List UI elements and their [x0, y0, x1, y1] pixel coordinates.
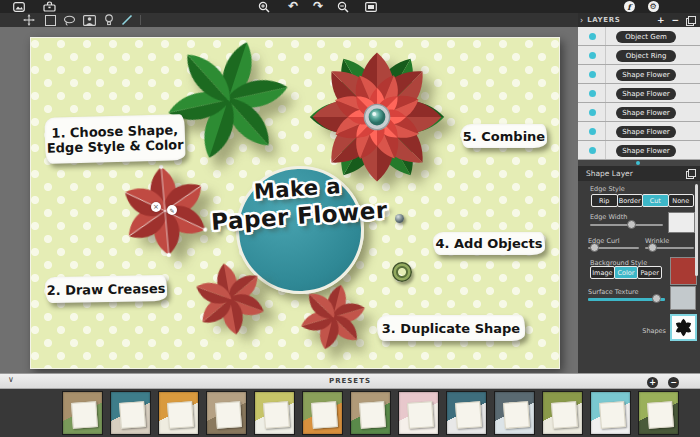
- edge-style-cut[interactable]: Cut: [642, 194, 669, 207]
- preset-thumbnail[interactable]: [302, 391, 343, 435]
- marquee-tool-icon[interactable]: [43, 14, 57, 26]
- layer-row[interactable]: Shape Flower: [578, 65, 700, 84]
- step-label-3[interactable]: 3. Duplicate Shape: [377, 315, 525, 341]
- redo-icon[interactable]: ↷: [311, 1, 325, 12]
- preset-thumbnail[interactable]: [542, 391, 583, 435]
- layer-visibility-dot[interactable]: [589, 147, 596, 154]
- preset-thumbnail[interactable]: [350, 391, 391, 435]
- preset-thumbnail-note: [647, 401, 674, 429]
- toolbar-tools-row: [0, 13, 578, 27]
- collapse-panel-icon[interactable]: ›: [580, 16, 583, 25]
- move-tool-icon[interactable]: [22, 14, 36, 26]
- layer-name-pill: Shape Flower: [616, 69, 676, 81]
- preset-thumbnail[interactable]: [158, 391, 199, 435]
- layer-visibility-dot[interactable]: [589, 52, 596, 59]
- portrait-tool-icon[interactable]: [82, 14, 97, 26]
- surface-texture-label: Surface Texture: [588, 288, 639, 296]
- layer-row[interactable]: Shape Flower: [578, 141, 700, 160]
- preset-thumbnail-note: [215, 401, 242, 429]
- edge-style-rip[interactable]: Rip: [591, 194, 618, 207]
- preset-thumbnail[interactable]: [638, 391, 679, 435]
- layer-row[interactable]: Shape Flower: [578, 84, 700, 103]
- layers-header: › LAYERS + −: [578, 13, 700, 27]
- background-color-swatch[interactable]: [670, 257, 697, 285]
- step-label-2[interactable]: 2. Draw Creases: [45, 275, 167, 303]
- toolbox-icon[interactable]: [43, 1, 56, 12]
- shape-layer-stack-icon[interactable]: [686, 169, 695, 178]
- line-tool-icon[interactable]: [120, 14, 134, 26]
- layer-row[interactable]: Shape Flower: [578, 103, 700, 122]
- layer-visibility-dot[interactable]: [589, 90, 596, 97]
- edge-width-slider-thumb[interactable]: [627, 220, 636, 229]
- duplicate-flower-1[interactable]: [185, 254, 275, 344]
- background-style-color[interactable]: Color: [614, 266, 639, 279]
- duplicate-layer-icon[interactable]: [686, 16, 695, 25]
- edge-curl-slider-thumb[interactable]: [590, 243, 599, 252]
- edge-width-swatch[interactable]: [668, 212, 695, 233]
- app-window: ↶ ↷ f ⚙: [0, 0, 700, 437]
- ring-object[interactable]: [392, 262, 412, 282]
- panel-scrollbar[interactable]: [695, 184, 698, 276]
- preset-thumbnail[interactable]: [254, 391, 295, 435]
- add-layer-button[interactable]: +: [657, 15, 665, 25]
- layer-visibility-dot[interactable]: [589, 33, 596, 40]
- bulb-tool-icon[interactable]: [102, 14, 115, 26]
- toolbar-divider: [140, 15, 141, 25]
- preset-thumbnail-note: [407, 401, 434, 429]
- zoom-out-icon[interactable]: [337, 1, 350, 12]
- step-label-4[interactable]: 4. Add Objects: [433, 232, 545, 255]
- combined-flower[interactable]: [307, 47, 447, 187]
- preset-thumbnail-note: [551, 401, 578, 429]
- layer-visibility-dot[interactable]: [589, 71, 596, 78]
- add-preset-button[interactable]: +: [647, 377, 658, 388]
- layer-row[interactable]: Shape Flower: [578, 122, 700, 141]
- surface-texture-swatch[interactable]: [670, 286, 696, 310]
- step-label-5[interactable]: 5. Combine: [461, 124, 547, 148]
- remove-preset-button[interactable]: −: [668, 377, 679, 388]
- edit-crease-handle-icon[interactable]: ✎: [167, 205, 177, 215]
- lasso-tool-icon[interactable]: [62, 14, 77, 26]
- preset-thumbnail-note: [503, 401, 530, 429]
- shapes-label: Shapes: [618, 327, 666, 335]
- layer-row[interactable]: Object Ring: [578, 46, 700, 65]
- preset-thumbnail[interactable]: [446, 391, 487, 435]
- wrinkle-slider-thumb[interactable]: [648, 243, 657, 252]
- design-canvas[interactable]: × ✎ Make a Paper Flower: [30, 37, 560, 369]
- layer-name-pill: Shape Flower: [616, 145, 676, 157]
- layer-row[interactable]: Object Gem: [578, 27, 700, 46]
- surface-texture-slider-thumb[interactable]: [652, 294, 661, 303]
- preset-thumbnail-note: [359, 401, 386, 429]
- preset-thumbnail-note: [167, 401, 194, 429]
- edge-style-border[interactable]: Border: [617, 194, 644, 207]
- zoom-in-icon[interactable]: [258, 1, 271, 12]
- remove-layer-button[interactable]: −: [671, 15, 679, 25]
- facebook-share-icon[interactable]: f: [623, 1, 635, 12]
- shape-layer-title: Shape Layer: [586, 169, 686, 178]
- preset-thumbnail-note: [71, 401, 98, 429]
- background-style-image[interactable]: Image: [590, 266, 615, 279]
- layer-name-pill: Object Ring: [616, 50, 676, 62]
- preset-thumbnail[interactable]: [590, 391, 631, 435]
- shapes-picker[interactable]: [670, 314, 697, 341]
- preset-thumbnail[interactable]: [206, 391, 247, 435]
- shape-layer-header: Shape Layer: [578, 166, 700, 181]
- duplicate-flower-2[interactable]: [289, 273, 376, 360]
- preset-thumbnail[interactable]: [62, 391, 103, 435]
- preset-thumbnail[interactable]: [494, 391, 535, 435]
- undo-icon[interactable]: ↶: [286, 1, 300, 12]
- image-frame-icon[interactable]: [364, 1, 377, 12]
- preset-thumbnail[interactable]: [110, 391, 151, 435]
- background-style-paper[interactable]: Paper: [637, 266, 662, 279]
- new-canvas-icon[interactable]: [12, 1, 25, 12]
- layer-visibility-dot[interactable]: [589, 109, 596, 116]
- edge-width-label: Edge Width: [590, 213, 627, 221]
- edge-style-segments: Rip Border Cut None: [591, 194, 694, 207]
- edge-style-none[interactable]: None: [668, 194, 695, 207]
- layer-name-pill: Object Gem: [616, 31, 676, 43]
- background-style-segments: Image Color Paper: [590, 266, 662, 279]
- settings-gear-icon[interactable]: ⚙: [647, 1, 659, 12]
- delete-crease-handle-icon[interactable]: ×: [151, 202, 161, 212]
- preset-thumbnail[interactable]: [398, 391, 439, 435]
- step-label-1[interactable]: 1. Choose Shape,Edge Style & Color: [44, 114, 185, 164]
- layer-visibility-dot[interactable]: [589, 128, 596, 135]
